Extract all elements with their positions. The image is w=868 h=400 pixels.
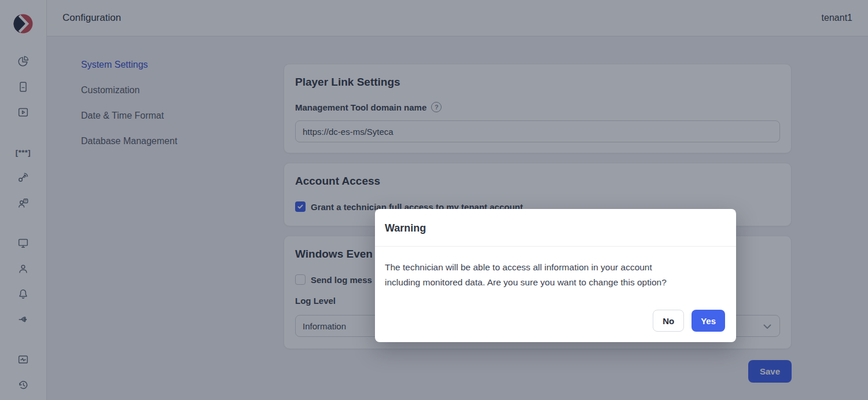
warning-dialog-header: Warning (375, 209, 736, 247)
no-button[interactable]: No (653, 310, 684, 332)
warning-message-line-2: including monitored data. Are you sure y… (385, 275, 726, 290)
warning-dialog-footer: No Yes (653, 310, 725, 332)
warning-title: Warning (385, 221, 726, 236)
warning-message: The technician will be able to access al… (375, 247, 736, 290)
configuration-page: [***] ? (0, 0, 868, 400)
warning-dialog: Warning The technician will be able to a… (375, 209, 736, 342)
warning-message-line-1: The technician will be able to access al… (385, 260, 726, 275)
yes-button[interactable]: Yes (692, 310, 725, 332)
